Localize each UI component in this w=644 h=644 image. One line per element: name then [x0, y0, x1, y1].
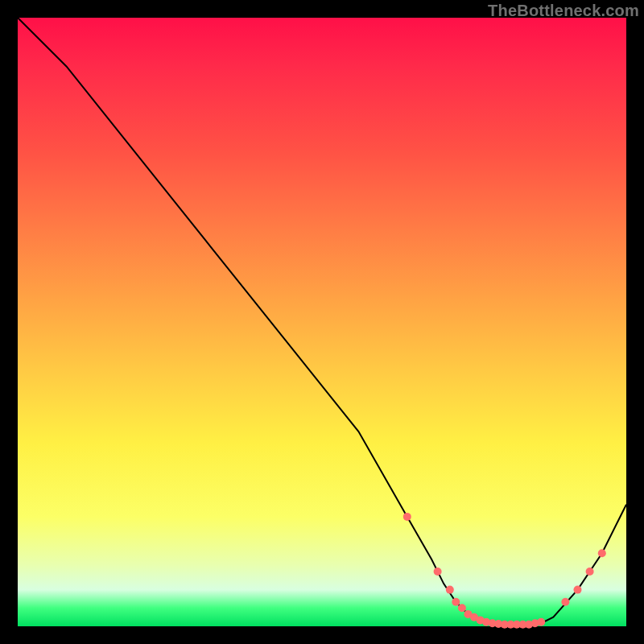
watermark-text: TheBottleneck.com	[488, 2, 639, 20]
marker-dot	[434, 568, 442, 576]
marker-dot	[403, 513, 411, 521]
marker-dot	[452, 598, 460, 606]
marker-dot	[598, 549, 606, 557]
marker-dot	[586, 568, 594, 576]
chart-stage: TheBottleneck.com	[0, 0, 644, 644]
marker-dot	[446, 586, 454, 594]
curve-path	[18, 18, 626, 625]
marker-group	[403, 513, 606, 629]
bottleneck-curve	[18, 18, 626, 626]
plot-area	[18, 18, 626, 626]
marker-dot	[458, 604, 466, 612]
marker-dot	[537, 618, 545, 626]
marker-dot	[561, 598, 569, 606]
marker-dot	[574, 586, 582, 594]
